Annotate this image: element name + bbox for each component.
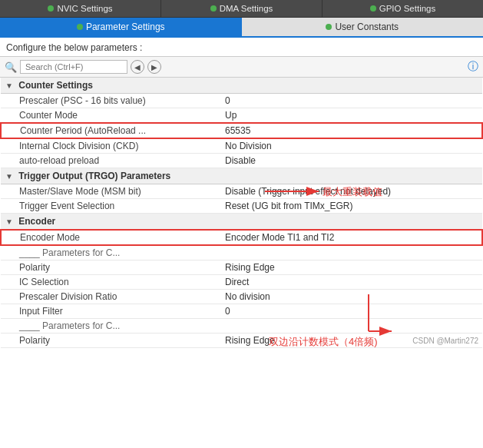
trigger-event-value: Reset (UG bit from TIMx_EGR) bbox=[216, 199, 482, 214]
encoder-mode-value: Encoder Mode TI1 and TI2 bbox=[216, 230, 482, 245]
ic-selection-value: Direct bbox=[216, 275, 482, 290]
prescaler-ratio-value: No division bbox=[216, 290, 482, 304]
prescaler-label: Prescaler (PSC - 16 bits value) bbox=[1, 94, 216, 108]
user-label: User Constants bbox=[335, 22, 399, 32]
polarity-2-label: Polarity bbox=[1, 334, 216, 348]
search-input[interactable] bbox=[20, 60, 127, 74]
dma-dot bbox=[210, 5, 217, 12]
counter-period-value: 65535 bbox=[216, 123, 482, 138]
param-master-slave: Master/Slave Mode (MSM bit) Disable (Tri… bbox=[1, 184, 482, 199]
param-counter-mode: Counter Mode Up bbox=[1, 108, 482, 124]
param-prescaler: Prescaler (PSC - 16 bits value) 0 bbox=[1, 94, 482, 108]
master-slave-label: Master/Slave Mode (MSM bit) bbox=[1, 184, 216, 199]
section-encoder: ▼ Encoder bbox=[1, 214, 482, 231]
polarity-1-label: Polarity bbox=[1, 261, 216, 275]
param-auto-reload: auto-reload preload Disable bbox=[1, 154, 482, 168]
polarity-1-value: Rising Edge bbox=[216, 261, 482, 275]
input-filter-label: Input Filter bbox=[1, 304, 216, 319]
configure-text: Configure the below parameters : bbox=[0, 38, 483, 57]
param-label: Parameter Settings bbox=[86, 22, 165, 32]
auto-reload-value: Disable bbox=[216, 154, 482, 168]
prescaler-ratio-label: Prescaler Division Ratio bbox=[1, 290, 216, 304]
param-prescaler-ratio: Prescaler Division Ratio No division bbox=[1, 290, 482, 304]
search-bar: 🔍 ◀ ▶ ⓘ bbox=[0, 57, 483, 78]
gpio-dot bbox=[370, 5, 376, 12]
clock-division-value: No Division bbox=[216, 138, 482, 154]
next-button[interactable]: ▶ bbox=[147, 60, 161, 74]
gpio-label: GPIO Settings bbox=[379, 4, 436, 13]
tab-parameter-settings[interactable]: Parameter Settings bbox=[0, 18, 242, 36]
user-dot bbox=[326, 24, 332, 30]
counter-period-label: Counter Period (AutoReload ... bbox=[1, 123, 216, 138]
section-trigger-output: ▼ Trigger Output (TRGO) Parameters bbox=[1, 168, 482, 184]
param-ic-selection: IC Selection Direct bbox=[1, 275, 482, 290]
counter-mode-label: Counter Mode bbox=[1, 108, 216, 124]
settings-area: ▼ Counter Settings Prescaler (PSC - 16 b… bbox=[0, 78, 483, 348]
counter-mode-value: Up bbox=[216, 108, 482, 124]
trigger-toggle[interactable]: ▼ bbox=[5, 172, 13, 181]
ic-selection-label: IC Selection bbox=[1, 275, 216, 290]
search-icon: 🔍 bbox=[5, 61, 17, 73]
prev-button[interactable]: ◀ bbox=[131, 60, 144, 74]
tab-bar-second: Parameter Settings User Constants bbox=[0, 18, 483, 38]
param-polarity-2: Polarity Rising Edge bbox=[1, 334, 482, 348]
info-icon[interactable]: ⓘ bbox=[468, 60, 478, 74]
param-trigger-event: Trigger Event Selection Reset (UG bit fr… bbox=[1, 199, 482, 214]
param-separator-2: ____ Parameters for C... bbox=[1, 319, 482, 334]
tab-bar-top: NVIC Settings DMA Settings GPIO Settings bbox=[0, 0, 483, 18]
tab-gpio-settings[interactable]: GPIO Settings bbox=[323, 0, 483, 17]
param-separator-1: ____ Parameters for C... bbox=[1, 245, 482, 261]
encoder-mode-label: Encoder Mode bbox=[1, 230, 216, 245]
page-wrapper: NVIC Settings DMA Settings GPIO Settings… bbox=[0, 0, 483, 348]
watermark: CSDN @Martin272 bbox=[412, 337, 478, 345]
master-slave-value: Disable (Trigger input effect not delaye… bbox=[216, 184, 482, 199]
tab-user-constants[interactable]: User Constants bbox=[242, 18, 484, 36]
param-encoder-mode: Encoder Mode Encoder Mode TI1 and TI2 bbox=[1, 230, 482, 245]
dma-label: DMA Settings bbox=[220, 4, 273, 13]
auto-reload-label: auto-reload preload bbox=[1, 154, 216, 168]
param-clock-division: Internal Clock Division (CKD) No Divisio… bbox=[1, 138, 482, 154]
nvic-label: NVIC Settings bbox=[57, 4, 112, 13]
settings-table: ▼ Counter Settings Prescaler (PSC - 16 b… bbox=[0, 78, 483, 348]
counter-section-label: Counter Settings bbox=[18, 80, 93, 91]
tab-nvic-settings[interactable]: NVIC Settings bbox=[0, 0, 161, 17]
trigger-event-label: Trigger Event Selection bbox=[1, 199, 216, 214]
encoder-section-label: Encoder bbox=[18, 216, 55, 227]
nvic-dot bbox=[48, 5, 54, 12]
input-filter-value: 0 bbox=[216, 304, 482, 319]
clock-division-label: Internal Clock Division (CKD) bbox=[1, 138, 216, 154]
param-counter-period: Counter Period (AutoReload ... 65535 bbox=[1, 123, 482, 138]
counter-toggle[interactable]: ▼ bbox=[5, 81, 13, 90]
trigger-section-label: Trigger Output (TRGO) Parameters bbox=[18, 171, 170, 181]
section-counter-settings: ▼ Counter Settings bbox=[1, 78, 482, 94]
tab-dma-settings[interactable]: DMA Settings bbox=[161, 0, 323, 17]
prescaler-value: 0 bbox=[216, 94, 482, 108]
encoder-toggle[interactable]: ▼ bbox=[5, 217, 13, 226]
param-input-filter: Input Filter 0 bbox=[1, 304, 482, 319]
param-dot bbox=[77, 24, 83, 30]
param-polarity-1: Polarity Rising Edge bbox=[1, 261, 482, 275]
